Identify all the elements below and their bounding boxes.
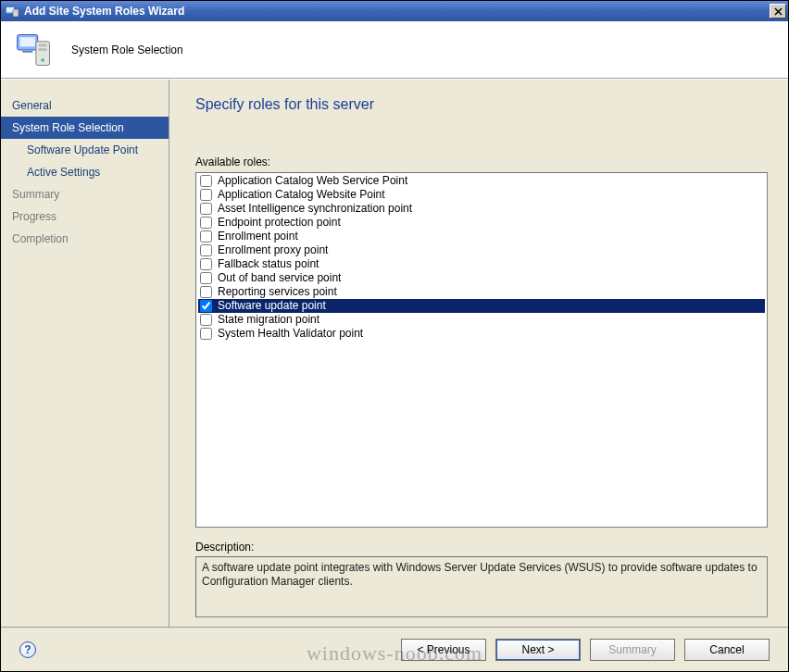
role-label: State migration point bbox=[218, 313, 764, 327]
role-row[interactable]: State migration point bbox=[198, 313, 765, 327]
sidebar-item-completion[interactable]: Completion bbox=[1, 228, 169, 250]
wizard-footer: ? < Previous Next > Summary Cancel bbox=[1, 627, 788, 671]
role-row[interactable]: Application Catalog Web Service Point bbox=[198, 174, 765, 188]
app-icon bbox=[5, 4, 19, 19]
sidebar-item-label: Software Update Point bbox=[27, 143, 138, 156]
role-label: Out of band service point bbox=[218, 271, 764, 285]
role-label: System Health Validator point bbox=[218, 327, 764, 341]
svg-point-3 bbox=[15, 10, 16, 11]
wizard-content: Specify roles for this server Available … bbox=[169, 80, 788, 627]
role-checkbox[interactable] bbox=[200, 300, 212, 312]
role-row[interactable]: Software update point bbox=[198, 299, 765, 313]
role-row[interactable]: Fallback status point bbox=[198, 257, 765, 271]
role-checkbox[interactable] bbox=[200, 286, 212, 298]
wizard-body: GeneralSystem Role SelectionSoftware Upd… bbox=[1, 79, 788, 627]
role-checkbox[interactable] bbox=[200, 314, 212, 326]
page-heading: Specify roles for this server bbox=[195, 96, 768, 113]
role-label: Software update point bbox=[218, 299, 764, 313]
svg-point-12 bbox=[41, 58, 44, 62]
svg-rect-10 bbox=[39, 44, 47, 46]
role-label: Application Catalog Web Service Point bbox=[218, 174, 764, 188]
svg-rect-8 bbox=[22, 50, 32, 52]
previous-button[interactable]: < Previous bbox=[401, 639, 486, 661]
role-label: Application Catalog Website Point bbox=[218, 188, 764, 202]
sidebar-item-system-role-selection[interactable]: System Role Selection bbox=[1, 117, 169, 139]
role-row[interactable]: Enrollment proxy point bbox=[198, 243, 765, 257]
close-button[interactable] bbox=[770, 4, 786, 19]
sidebar-item-active-settings[interactable]: Active Settings bbox=[1, 161, 169, 183]
svg-rect-2 bbox=[13, 9, 19, 17]
computer-icon bbox=[14, 30, 55, 70]
available-roles-list[interactable]: Application Catalog Web Service PointApp… bbox=[195, 172, 768, 528]
next-button[interactable]: Next > bbox=[495, 639, 581, 661]
role-checkbox[interactable] bbox=[200, 328, 212, 340]
role-label: Reporting services point bbox=[218, 285, 764, 299]
sidebar-item-summary[interactable]: Summary bbox=[1, 183, 169, 205]
role-label: Asset Intelligence synchronization point bbox=[218, 202, 764, 216]
description-label: Description: bbox=[195, 541, 768, 554]
role-row[interactable]: Application Catalog Website Point bbox=[198, 188, 765, 202]
sidebar-item-label: System Role Selection bbox=[12, 121, 124, 134]
window-title: Add Site System Roles Wizard bbox=[24, 5, 770, 18]
role-checkbox[interactable] bbox=[200, 189, 212, 201]
summary-button[interactable]: Summary bbox=[590, 639, 675, 661]
sidebar-item-software-update-point[interactable]: Software Update Point bbox=[1, 139, 169, 161]
available-roles-label: Available roles: bbox=[195, 156, 768, 168]
role-row[interactable]: Asset Intelligence synchronization point bbox=[198, 202, 765, 216]
sidebar-item-progress[interactable]: Progress bbox=[1, 205, 169, 228]
help-icon[interactable]: ? bbox=[19, 641, 36, 658]
role-row[interactable]: Out of band service point bbox=[198, 271, 765, 285]
role-checkbox[interactable] bbox=[200, 175, 212, 187]
sidebar-item-label: General bbox=[12, 99, 52, 112]
role-row[interactable]: Reporting services point bbox=[198, 285, 765, 299]
role-checkbox[interactable] bbox=[200, 258, 212, 270]
role-label: Endpoint protection point bbox=[218, 216, 764, 230]
role-row[interactable]: System Health Validator point bbox=[198, 327, 765, 341]
role-checkbox[interactable] bbox=[200, 272, 212, 284]
sidebar-item-label: Active Settings bbox=[27, 166, 100, 179]
sidebar-item-label: Summary bbox=[12, 188, 59, 201]
svg-rect-11 bbox=[39, 48, 47, 51]
role-row[interactable]: Endpoint protection point bbox=[198, 216, 765, 230]
sidebar-item-label: Completion bbox=[12, 232, 69, 245]
titlebar: Add Site System Roles Wizard bbox=[1, 1, 788, 21]
role-checkbox[interactable] bbox=[200, 230, 212, 243]
header-band: System Role Selection bbox=[1, 21, 788, 79]
wizard-sidebar: GeneralSystem Role SelectionSoftware Upd… bbox=[1, 80, 169, 627]
header-subtitle: System Role Selection bbox=[71, 44, 183, 56]
sidebar-item-label: Progress bbox=[12, 210, 56, 223]
role-label: Enrollment point bbox=[218, 230, 764, 243]
role-row[interactable]: Enrollment point bbox=[198, 230, 765, 243]
svg-rect-7 bbox=[19, 37, 34, 46]
description-box: A software update point integrates with … bbox=[195, 556, 768, 617]
wizard-window: Add Site System Roles Wizard System Role… bbox=[0, 0, 789, 672]
role-label: Enrollment proxy point bbox=[218, 243, 764, 257]
role-checkbox[interactable] bbox=[200, 217, 212, 229]
role-checkbox[interactable] bbox=[200, 244, 212, 256]
role-checkbox[interactable] bbox=[200, 203, 212, 215]
role-label: Fallback status point bbox=[218, 257, 764, 271]
cancel-button[interactable]: Cancel bbox=[684, 639, 770, 661]
sidebar-item-general[interactable]: General bbox=[1, 94, 169, 117]
